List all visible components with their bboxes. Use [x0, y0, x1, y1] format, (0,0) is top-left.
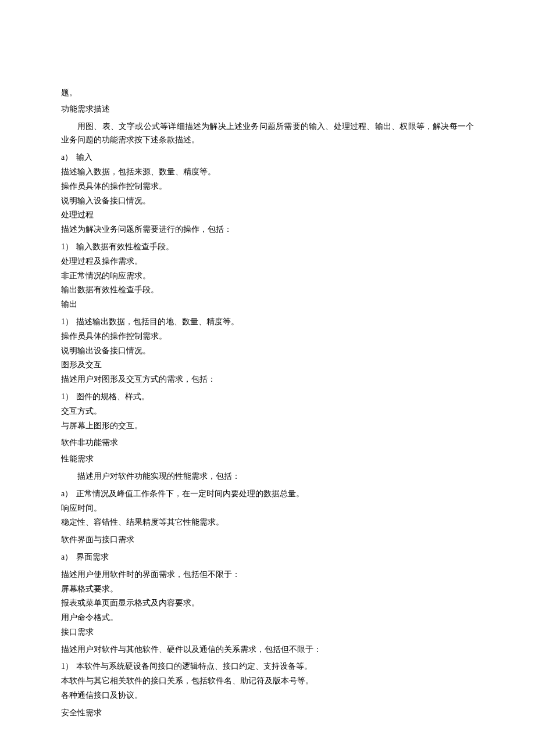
label-ui: 界面需求 [76, 553, 109, 561]
proc-line-2: 处理过程及操作需求。 [61, 255, 474, 268]
processing-intro: 描述为解决业务问题所需要进行的操作，包括： [61, 223, 474, 237]
marker-1: 1） [61, 660, 74, 673]
item-processing: 处理过程 [61, 208, 474, 222]
item-interface: 接口需求 [61, 625, 474, 639]
label-input: 输入 [76, 153, 92, 162]
perf-line-3: 稳定性、容错性、结果精度等其它性能需求。 [61, 515, 474, 529]
input-line-3: 说明输入设备接口情况。 [61, 194, 474, 208]
proc-line-3: 非正常情况的响应需求。 [61, 269, 474, 283]
out-line-2: 操作员具体的操作控制需求。 [61, 329, 474, 343]
gfx-text-1: 图件的规格、样式。 [76, 392, 149, 401]
item-ui: a） 界面需求 [61, 550, 474, 564]
marker-a: a） [61, 151, 74, 164]
gfx-line-1: 1） 图件的规格、样式。 [61, 390, 474, 404]
ui-line-3: 用户命令格式。 [61, 611, 474, 625]
out-text-1: 描述输出数据，包括目的地、数量、精度等。 [76, 317, 239, 326]
proc-line-4: 输出数据有效性检查手段。 [61, 283, 474, 297]
perf-text-1: 正常情况及峰值工作条件下，在一定时间内要处理的数据总量。 [76, 489, 304, 498]
perf-line-2: 响应时间。 [61, 501, 474, 515]
marker-1: 1） [61, 315, 74, 329]
input-line-2: 操作员具体的操作控制需求。 [61, 180, 474, 194]
perf-intro: 描述用户对软件功能实现的性能需求，包括： [61, 470, 474, 483]
heading-perf-req: 性能需求 [61, 452, 474, 466]
heading-nonfunc-req: 软件非功能需求 [61, 436, 474, 450]
item-graphics: 图形及交互 [61, 358, 474, 372]
if-line-3: 各种通信接口及协议。 [61, 689, 474, 703]
graphics-intro: 描述用户对图形及交互方式的需求，包括： [61, 372, 474, 386]
if-intro: 描述用户对软件与其他软件、硬件以及通信的关系需求，包括但不限于： [61, 643, 474, 657]
input-line-1: 描述输入数据，包括来源、数量、精度等。 [61, 165, 474, 179]
perf-line-1: a） 正常情况及峰值工作条件下，在一定时间内要处理的数据总量。 [61, 487, 474, 501]
proc-line-1: 1） 输入数据有效性检查手段。 [61, 240, 474, 254]
marker-a: a） [61, 550, 74, 564]
gfx-line-3: 与屏幕上图形的交互。 [61, 419, 474, 433]
marker-1: 1） [61, 240, 74, 254]
heading-security-req: 安全性需求 [61, 706, 474, 720]
marker-a: a） [61, 487, 74, 501]
marker-1: 1） [61, 390, 74, 404]
out-line-3: 说明输出设备接口情况。 [61, 344, 474, 358]
out-line-1: 1） 描述输出数据，包括目的地、数量、精度等。 [61, 315, 474, 329]
proc-text-1: 输入数据有效性检查手段。 [76, 242, 174, 251]
heading-ui-interface-req: 软件界面与接口需求 [61, 533, 474, 547]
item-output: 输出 [61, 298, 474, 311]
if-line-2: 本软件与其它相关软件的接口关系，包括软件名、助记符及版本号等。 [61, 674, 474, 688]
gfx-line-2: 交互方式。 [61, 404, 474, 418]
if-line-1: 1） 本软件与系统硬设备间接口的逻辑特点、接口约定、支持设备等。 [61, 660, 474, 673]
ui-intro: 描述用户使用软件时的界面需求，包括但不限于： [61, 568, 474, 582]
para-func-desc: 用图、表、文字或公式等详细描述为解决上述业务问题所需要的输入、处理过程、输出、权… [61, 120, 474, 148]
ui-line-2: 报表或菜单页面显示格式及内容要求。 [61, 596, 474, 610]
item-input: a） 输入 [61, 151, 474, 164]
if-text-1: 本软件与系统硬设备间接口的逻辑特点、接口约定、支持设备等。 [76, 662, 312, 671]
ui-line-1: 屏幕格式要求。 [61, 582, 474, 596]
heading-func-req-desc: 功能需求描述 [61, 102, 474, 116]
fragment-top: 题。 [61, 86, 474, 100]
